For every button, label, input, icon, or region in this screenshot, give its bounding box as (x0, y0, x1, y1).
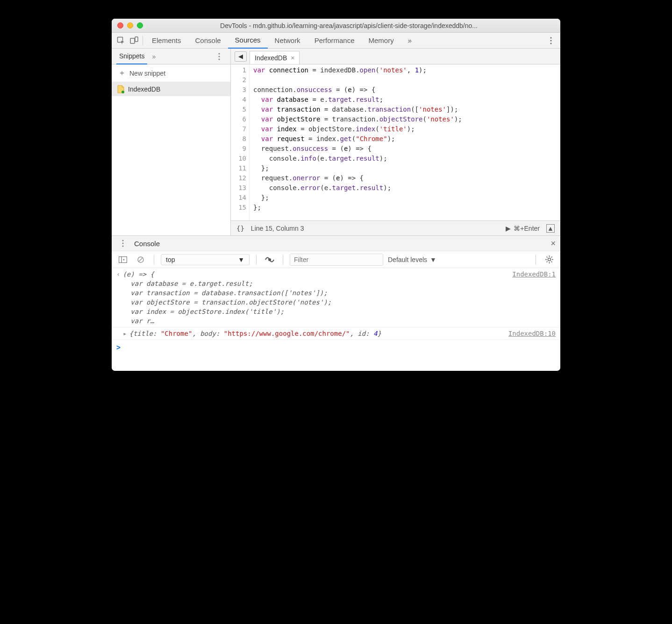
code-content[interactable]: var connection = indexedDB.open('notes',… (250, 64, 560, 220)
console-toolbar: top ▼ Default levels ▼ (112, 251, 560, 268)
script-file-icon (117, 85, 124, 93)
svg-point-8 (218, 58, 220, 60)
context-selector[interactable]: top ▼ (161, 254, 250, 265)
console-log-row[interactable]: ‹ (e) => { var database = e.target.resul… (112, 268, 560, 327)
svg-point-4 (550, 40, 551, 41)
minimize-window-button[interactable] (127, 22, 133, 28)
svg-line-16 (139, 258, 143, 262)
log-message: (e) => { var database = e.target.result;… (122, 269, 512, 326)
svg-point-17 (268, 258, 271, 261)
svg-line-23 (546, 257, 547, 258)
editor-tab-label: IndexedDB (255, 54, 287, 62)
snippet-name: IndexedDB (128, 85, 160, 93)
close-window-button[interactable] (117, 22, 123, 28)
console-settings-icon[interactable] (543, 254, 556, 266)
svg-line-25 (546, 262, 547, 262)
chevron-down-icon: ▼ (430, 256, 436, 263)
tab-elements[interactable]: Elements (145, 33, 188, 49)
console-log-row[interactable]: ▸ {title: "Chrome", body: "https://www.g… (112, 327, 560, 340)
editor-tab-row: ◀ IndexedDB × (231, 49, 560, 64)
log-object: {title: "Chrome", body: "https://www.goo… (129, 329, 508, 338)
expand-arrow-icon[interactable]: ▸ (123, 329, 127, 338)
svg-point-18 (548, 258, 550, 261)
navigator-pane: Snippets » ＋ New snippet IndexedDB (112, 49, 231, 235)
collapse-arrow-icon[interactable]: ‹ (116, 269, 120, 326)
svg-point-3 (550, 37, 551, 38)
new-snippet-button[interactable]: ＋ New snippet (112, 64, 230, 82)
tabs-overflow[interactable]: » (401, 33, 419, 49)
navigator-menu-icon[interactable] (213, 50, 226, 63)
devtools-window: DevTools - mdn.github.io/learning-area/j… (112, 19, 560, 371)
snippet-item[interactable]: IndexedDB (112, 82, 230, 96)
separator (283, 255, 283, 264)
separator (256, 255, 257, 264)
console-output: ‹ (e) => { var database = e.target.resul… (112, 268, 560, 371)
tab-performance[interactable]: Performance (307, 33, 362, 49)
device-toolbar-icon[interactable] (128, 35, 141, 47)
play-icon: ▶ (506, 225, 511, 232)
svg-line-26 (551, 257, 552, 258)
collapse-bottom-icon[interactable]: ▲ (546, 224, 555, 233)
svg-rect-2 (135, 37, 138, 42)
editor-statusbar: {} Line 15, Column 3 ▶ ⌘+Enter ▲ (231, 220, 560, 235)
traffic-lights (117, 22, 143, 28)
clear-console-icon[interactable] (134, 254, 147, 266)
svg-point-12 (122, 245, 123, 247)
file-navigator-toggle[interactable]: ◀ (235, 51, 247, 62)
console-prompt[interactable]: > (112, 340, 560, 371)
navigator-tabs: Snippets » (112, 49, 230, 64)
tab-console[interactable]: Console (188, 33, 228, 49)
separator (143, 36, 143, 45)
console-filter-input[interactable] (290, 254, 383, 266)
plus-icon: ＋ (118, 68, 126, 78)
svg-point-7 (218, 56, 220, 57)
inspect-element-icon[interactable] (114, 35, 128, 47)
titlebar: DevTools - mdn.github.io/learning-area/j… (112, 19, 560, 33)
separator (154, 255, 154, 264)
levels-label: Default levels (388, 256, 427, 263)
svg-point-11 (122, 242, 123, 244)
drawer-tab-console[interactable]: Console (134, 240, 160, 248)
live-expression-icon[interactable] (263, 254, 276, 266)
sources-panel: Snippets » ＋ New snippet IndexedDB ◀ (112, 49, 560, 235)
window-title: DevTools - mdn.github.io/learning-area/j… (143, 22, 555, 29)
line-gutter: 123456789101112131415 (231, 64, 250, 220)
editor-pane: ◀ IndexedDB × 123456789101112131415 var … (231, 49, 560, 235)
log-levels-selector[interactable]: Default levels ▼ (388, 256, 436, 263)
pretty-print-icon[interactable]: {} (236, 225, 244, 232)
close-tab-icon[interactable]: × (291, 54, 294, 62)
log-source-link[interactable]: IndexedDB:1 (512, 269, 556, 326)
prompt-chevron-icon: > (116, 343, 121, 352)
tab-memory[interactable]: Memory (362, 33, 401, 49)
svg-line-24 (551, 262, 552, 262)
context-label: top (166, 256, 175, 263)
svg-rect-1 (130, 38, 135, 43)
run-snippet-button[interactable]: ▶ ⌘+Enter (506, 225, 540, 232)
chevron-down-icon: ▼ (238, 256, 244, 263)
settings-menu-icon[interactable] (544, 35, 558, 47)
svg-point-10 (122, 240, 123, 241)
toggle-console-sidebar-icon[interactable] (116, 254, 129, 266)
cursor-position: Line 15, Column 3 (251, 225, 304, 232)
close-drawer-icon[interactable]: × (550, 239, 556, 248)
svg-point-9 (122, 91, 124, 93)
log-source-link[interactable]: IndexedDB:10 (508, 329, 556, 338)
drawer-menu-icon[interactable] (116, 237, 129, 249)
tab-network[interactable]: Network (268, 33, 307, 49)
tab-snippets[interactable]: Snippets (116, 49, 147, 64)
svg-point-5 (550, 43, 551, 44)
svg-point-6 (218, 53, 220, 54)
main-tabs: Elements Console Sources Network Perform… (112, 33, 560, 49)
tab-sources[interactable]: Sources (228, 33, 268, 49)
drawer-header: Console × (112, 235, 560, 251)
maximize-window-button[interactable] (137, 22, 143, 28)
navigator-overflow[interactable]: » (152, 53, 156, 60)
code-editor[interactable]: 123456789101112131415 var connection = i… (231, 64, 560, 220)
run-shortcut: ⌘+Enter (514, 225, 540, 232)
editor-tab[interactable]: IndexedDB × (250, 51, 300, 64)
separator (536, 255, 536, 264)
new-snippet-label: New snippet (129, 70, 165, 77)
